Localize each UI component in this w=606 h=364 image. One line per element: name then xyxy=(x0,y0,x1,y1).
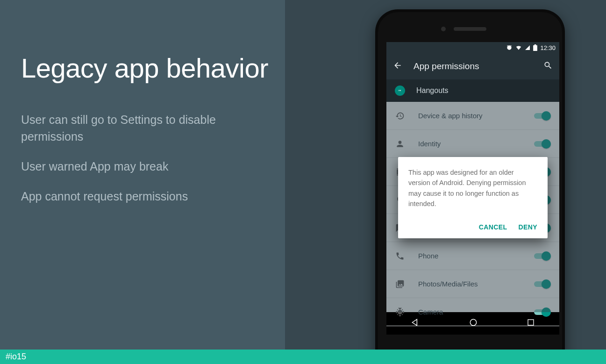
media-icon xyxy=(395,279,405,289)
permission-label: Phone xyxy=(418,252,521,260)
footer-bar: #io15 xyxy=(0,350,606,364)
back-icon[interactable] xyxy=(393,61,402,72)
person-icon xyxy=(395,139,405,149)
status-bar: 12:30 xyxy=(386,42,559,53)
right-pane: 12:30 App permissions xyxy=(285,0,606,350)
camera-icon xyxy=(395,307,405,317)
permission-label: Identity xyxy=(418,140,521,148)
signal-icon xyxy=(525,45,530,50)
bullet-3: App cannot request permissions xyxy=(21,188,255,205)
phone-body: 12:30 App permissions xyxy=(378,12,562,364)
left-pane: Legacy app behavior User can still go to… xyxy=(0,0,285,350)
phone-speaker xyxy=(454,27,486,31)
permission-label: Camera xyxy=(418,308,521,316)
permission-row[interactable]: Phone xyxy=(386,242,559,270)
permission-label: Photos/Media/Files xyxy=(418,280,521,288)
permission-row[interactable]: Device & app history xyxy=(386,102,559,130)
phone-screen: 12:30 App permissions xyxy=(386,42,559,335)
alarm-icon xyxy=(506,44,513,51)
phone-icon xyxy=(395,251,405,261)
dialog-actions: CANCEL DENY xyxy=(408,220,537,235)
status-time: 12:30 xyxy=(540,44,556,51)
cancel-button[interactable]: CANCEL xyxy=(479,223,507,231)
battery-icon xyxy=(533,44,537,51)
slide-stage: Legacy app behavior User can still go to… xyxy=(0,0,606,364)
toggle-switch[interactable] xyxy=(534,251,551,261)
toggle-switch[interactable] xyxy=(534,307,551,317)
dialog-message: This app was designed for an older versi… xyxy=(408,167,537,209)
deny-button[interactable]: DENY xyxy=(519,223,538,231)
app-name: Hangouts xyxy=(416,86,449,95)
permission-row[interactable]: Identity xyxy=(386,130,559,158)
phone-frame: 12:30 App permissions xyxy=(375,9,565,364)
toggle-switch[interactable] xyxy=(534,139,551,149)
bullet-1: User can still go to Settings to disable… xyxy=(21,111,255,145)
permission-row[interactable]: Camera xyxy=(386,298,559,326)
svg-point-0 xyxy=(399,310,402,314)
permission-label: Device & app history xyxy=(418,112,521,120)
permission-row[interactable]: Photos/Media/Files xyxy=(386,270,559,298)
history-icon xyxy=(395,111,405,121)
toggle-switch[interactable] xyxy=(534,111,551,121)
toggle-switch[interactable] xyxy=(534,279,551,289)
app-bar: App permissions xyxy=(386,53,559,79)
hangouts-icon xyxy=(395,86,405,96)
phone-sensor xyxy=(441,27,446,31)
app-sub-bar: Hangouts xyxy=(386,79,559,102)
slide-title: Legacy app behavior xyxy=(21,51,285,86)
app-bar-title: App permissions xyxy=(414,61,532,71)
search-icon[interactable] xyxy=(543,61,553,72)
warning-dialog: This app was designed for an older versi… xyxy=(398,157,548,238)
wifi-icon xyxy=(515,44,522,51)
footer-hashtag: #io15 xyxy=(6,352,26,362)
bullet-2: User warned App may break xyxy=(21,158,255,175)
